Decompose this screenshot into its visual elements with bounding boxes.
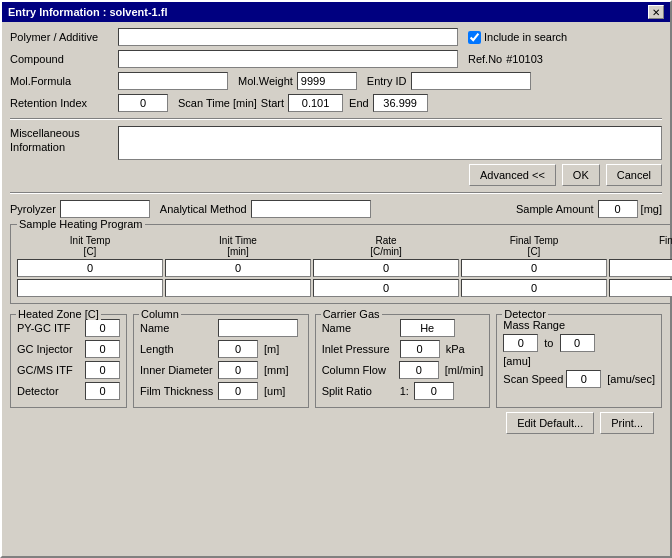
mol-formula-input[interactable] <box>118 72 228 90</box>
split-ratio-label: Split Ratio <box>322 385 397 397</box>
py-gc-input[interactable] <box>85 319 120 337</box>
heated-zone-title: Heated Zone [C] <box>16 308 101 320</box>
heating-section: Sample Heating Program Init Temp[C] Init… <box>10 224 662 308</box>
split-ratio-row: Split Ratio 1: <box>322 382 484 400</box>
polymer-label: Polymer / Additive <box>10 31 118 43</box>
compound-label: Compound <box>10 53 118 65</box>
mol-weight-input[interactable] <box>297 72 357 90</box>
inlet-pressure-input[interactable] <box>400 340 440 358</box>
cancel-button[interactable]: Cancel <box>606 164 662 186</box>
mass-range-unit: [amu] <box>503 355 531 367</box>
main-content: Polymer / Additive Include in search Com… <box>2 22 670 444</box>
scan-speed-label: Scan Speed <box>503 373 563 385</box>
sample-amount-input[interactable] <box>598 200 638 218</box>
scan-time-label: Scan Time [min] <box>178 97 257 109</box>
scan-speed-unit: [amu/sec] <box>607 373 655 385</box>
carrier-name-input[interactable] <box>400 319 455 337</box>
column-length-label: Length <box>140 343 215 355</box>
mass-range-to-input[interactable] <box>560 334 595 352</box>
column-box: Column Name Length [m] Inner Diameter [m… <box>133 314 309 408</box>
polymer-input[interactable] <box>118 28 458 46</box>
sh-h5: Final Time[min] <box>609 235 672 257</box>
detector-box: Detector Mass Range to [amu] Scan Speed … <box>496 314 662 408</box>
sh-r2c4[interactable] <box>461 279 607 297</box>
mol-weight-label: Mol.Weight <box>238 75 293 87</box>
sh-r1c5[interactable] <box>609 259 672 277</box>
compound-input[interactable] <box>118 50 458 68</box>
polymer-row: Polymer / Additive Include in search <box>10 28 662 46</box>
column-name-input[interactable] <box>218 319 298 337</box>
carrier-gas-title: Carrier Gas <box>321 308 382 320</box>
column-length-unit: [m] <box>264 343 279 355</box>
analytical-method-input[interactable] <box>251 200 371 218</box>
detector-heated-input[interactable] <box>85 382 120 400</box>
gcms-itf-input[interactable] <box>85 361 120 379</box>
sample-heating-grid: Init Temp[C] Init Time[min] Rate[C/min] … <box>17 235 672 297</box>
column-flow-unit: [ml/min] <box>445 364 484 376</box>
sh-r1c2[interactable] <box>165 259 311 277</box>
column-film-input[interactable] <box>218 382 258 400</box>
column-id-label: Inner Diameter <box>140 364 215 376</box>
sh-h3: Rate[C/min] <box>313 235 459 257</box>
ref-no-label: Ref.No <box>468 53 502 65</box>
divider-2 <box>10 192 662 194</box>
inlet-pressure-row: Inlet Pressure kPa <box>322 340 484 358</box>
sh-r1c1[interactable] <box>17 259 163 277</box>
carrier-name-row: Name <box>322 319 484 337</box>
pyrolyzer-row: Pyrolyzer Analytical Method Sample Amoun… <box>10 200 662 218</box>
gc-injector-label: GC Injector <box>17 343 82 355</box>
close-button[interactable]: ✕ <box>648 5 664 19</box>
mol-formula-label: Mol.Formula <box>10 75 118 87</box>
column-flow-label: Column Flow <box>322 364 396 376</box>
mass-range-inputs-row: to <box>503 334 655 352</box>
sample-amount-label: Sample Amount <box>516 203 594 215</box>
detector-title: Detector <box>502 308 548 320</box>
ref-no-value: #10103 <box>506 53 543 65</box>
ok-button[interactable]: OK <box>562 164 600 186</box>
detector-heated-label: Detector <box>17 385 82 397</box>
sh-r2c5[interactable] <box>609 279 672 297</box>
column-id-unit: [mm] <box>264 364 288 376</box>
scan-end-input[interactable] <box>373 94 428 112</box>
divider-1 <box>10 118 662 120</box>
pyrolyzer-input[interactable] <box>60 200 150 218</box>
py-gc-row: PY-GC ITF <box>17 319 120 337</box>
column-film-unit: [um] <box>264 385 285 397</box>
column-id-input[interactable] <box>218 361 258 379</box>
column-name-row: Name <box>140 319 302 337</box>
include-search-checkbox[interactable] <box>468 31 481 44</box>
edit-default-button[interactable]: Edit Default... <box>506 412 594 434</box>
mass-range-from-input[interactable] <box>503 334 538 352</box>
retention-row: Retention Index Scan Time [min] Start En… <box>10 94 662 112</box>
include-search-label: Include in search <box>468 31 567 44</box>
sh-r2c2[interactable] <box>165 279 311 297</box>
advanced-button[interactable]: Advanced << <box>469 164 556 186</box>
split-ratio-input[interactable] <box>414 382 454 400</box>
column-length-row: Length [m] <box>140 340 302 358</box>
main-window: Entry Information : solvent-1.fl ✕ Polym… <box>0 0 672 558</box>
sh-r1c3[interactable] <box>313 259 459 277</box>
retention-index-label: Retention Index <box>10 97 118 109</box>
sh-r1c4[interactable] <box>461 259 607 277</box>
print-button[interactable]: Print... <box>600 412 654 434</box>
misc-row: Miscellaneous Information <box>10 126 662 160</box>
scan-speed-input[interactable] <box>566 370 601 388</box>
scan-start-input[interactable] <box>288 94 343 112</box>
mass-range-label-row: Mass Range <box>503 319 655 331</box>
detector-row: Detector <box>17 382 120 400</box>
retention-index-input[interactable] <box>118 94 168 112</box>
mass-range-label: Mass Range <box>503 319 565 331</box>
misc-textarea[interactable] <box>118 126 662 160</box>
sh-r2c1[interactable] <box>17 279 163 297</box>
column-length-input[interactable] <box>218 340 258 358</box>
column-flow-input[interactable] <box>399 361 439 379</box>
mol-formula-row: Mol.Formula Mol.Weight Entry ID <box>10 72 662 90</box>
bottom-buttons: Edit Default... Print... <box>10 408 662 438</box>
sh-h4: Final Temp[C] <box>461 235 607 257</box>
sh-r2c3[interactable] <box>313 279 459 297</box>
carrier-name-label: Name <box>322 322 397 334</box>
column-title: Column <box>139 308 181 320</box>
gc-injector-input[interactable] <box>85 340 120 358</box>
compound-row: Compound Ref.No #10103 <box>10 50 662 68</box>
entry-id-input[interactable] <box>411 72 531 90</box>
